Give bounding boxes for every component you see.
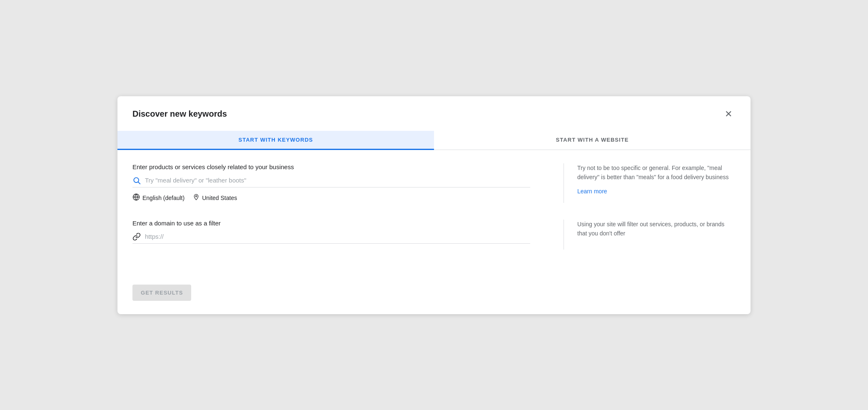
location-label: United States (202, 195, 237, 201)
keywords-left: Enter products or services closely relat… (132, 163, 550, 203)
language-selector[interactable]: English (default) (132, 193, 185, 203)
url-input-row (132, 232, 530, 244)
domain-section: Enter a domain to use as a filter Using … (132, 220, 736, 250)
tab-start-with-website[interactable]: START WITH A WEBSITE (434, 131, 751, 150)
learn-more-link[interactable]: Learn more (577, 188, 607, 195)
link-icon (132, 232, 141, 241)
domain-section-label: Enter a domain to use as a filter (132, 220, 530, 227)
svg-line-1 (138, 182, 140, 184)
globe-icon (132, 193, 140, 203)
location-pin-icon (193, 193, 200, 203)
discover-keywords-dialog: Discover new keywords ✕ START WITH KEYWO… (117, 96, 751, 314)
keywords-right: Try not to be too specific or general. F… (577, 163, 736, 203)
tabs-container: START WITH KEYWORDS START WITH A WEBSITE (117, 130, 751, 150)
svg-point-4 (196, 195, 197, 197)
domain-input[interactable] (145, 233, 530, 240)
location-selector[interactable]: United States (193, 193, 237, 203)
dialog-footer: GET RESULTS (117, 281, 751, 314)
close-button[interactable]: ✕ (721, 108, 736, 120)
section-divider-2 (564, 220, 564, 250)
language-label: English (default) (142, 195, 185, 201)
keyword-input-row (132, 176, 530, 188)
domain-right: Using your site will filter out services… (577, 220, 736, 250)
dialog-title: Discover new keywords (132, 109, 227, 119)
dialog-body: Enter products or services closely relat… (117, 150, 751, 281)
search-icon (132, 176, 141, 185)
keywords-section-label: Enter products or services closely relat… (132, 163, 530, 170)
domain-helper-text: Using your site will filter out services… (577, 220, 736, 238)
dialog-header: Discover new keywords ✕ (117, 96, 751, 120)
keywords-helper-text: Try not to be too specific or general. F… (577, 163, 736, 182)
keywords-section: Enter products or services closely relat… (132, 163, 736, 203)
location-row: English (default) United States (132, 193, 530, 203)
tab-start-with-keywords[interactable]: START WITH KEYWORDS (117, 131, 434, 150)
section-divider-1 (564, 163, 564, 203)
close-icon: ✕ (725, 110, 732, 119)
get-results-button[interactable]: GET RESULTS (132, 285, 191, 301)
domain-left: Enter a domain to use as a filter (132, 220, 550, 250)
keyword-input[interactable] (145, 177, 530, 184)
